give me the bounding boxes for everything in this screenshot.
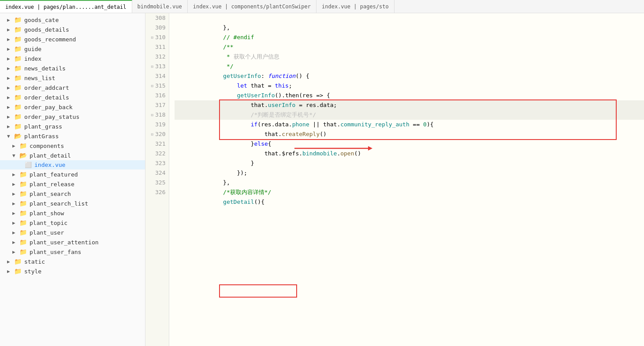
code-line-308: }, xyxy=(175,13,644,23)
code-text xyxy=(209,121,251,128)
line-num-319: 319 xyxy=(149,120,165,129)
tab-1[interactable]: bindmobile.vue xyxy=(132,0,188,13)
sidebar-item-goods_cate[interactable]: ▶ 📁 goods_cate xyxy=(0,15,145,25)
tab-2[interactable]: index.vue | components/plantConSwiper xyxy=(188,0,316,13)
sidebar-item-order_addcart[interactable]: ▶ 📁 order_addcart xyxy=(0,83,145,92)
arrow-icon: ▶ xyxy=(7,104,12,110)
arrow-icon: ▼ xyxy=(12,153,18,158)
code-text: this xyxy=(275,82,288,89)
code-text: () { xyxy=(295,73,309,79)
line-num-317: 317 xyxy=(149,100,165,110)
sidebar-item-plant_release[interactable]: ▶ 📁 plant_release xyxy=(0,179,145,189)
sidebar-item-index[interactable]: ▶ 📁 index xyxy=(0,54,145,63)
sidebar-item-order_pay_back[interactable]: ▶ 📁 order_pay_back xyxy=(0,102,145,112)
folder-icon: 📁 xyxy=(14,268,22,275)
fold-310[interactable]: ⊟ xyxy=(149,33,153,42)
code-text: getUserInfo xyxy=(209,92,275,99)
line-num-322: 322 xyxy=(149,149,165,158)
folder-icon: 📁 xyxy=(19,142,27,149)
code-text: }, xyxy=(209,24,230,31)
code-text: : xyxy=(261,73,268,79)
fold-313[interactable]: ⊟ xyxy=(149,62,153,71)
line-num-310: ⊟310 xyxy=(149,33,165,42)
code-text: open xyxy=(340,150,354,157)
sidebar-item-plant_user_attention[interactable]: ▶ 📁 plant_user_attention xyxy=(0,237,145,247)
sidebar-label: goods_cate xyxy=(24,17,59,23)
code-text: let xyxy=(209,82,247,89)
sidebar-item-plant_search[interactable]: ▶ 📁 plant_search xyxy=(0,189,145,199)
sidebar-item-components[interactable]: ▶ 📁 components xyxy=(0,141,145,151)
tab-0[interactable]: index.vue | pages/plan......ant_detail xyxy=(0,0,132,13)
sidebar-item-style[interactable]: ▶ 📁 style xyxy=(0,266,145,276)
tab-3[interactable]: index.vue | pages/sto xyxy=(316,0,395,13)
sidebar-item-news_details[interactable]: ▶ 📁 news_details xyxy=(0,63,145,73)
sidebar-label: plant_user_fans xyxy=(30,249,81,255)
arrow-icon: ▶ xyxy=(12,181,18,187)
code-text: * xyxy=(209,53,234,60)
arrow-icon: ▶ xyxy=(12,210,18,216)
sidebar-item-plant_user[interactable]: ▶ 📁 plant_user xyxy=(0,228,145,237)
code-text: /*判断是否绑定手机号*/ xyxy=(209,111,316,118)
fold-318[interactable]: ⊟ xyxy=(149,110,153,120)
folder-icon: 📁 xyxy=(14,45,22,52)
sidebar-label: plant_grass xyxy=(24,123,62,130)
sidebar-label: order_details xyxy=(24,94,69,101)
folder-icon: 📁 xyxy=(14,94,22,101)
main-area: ▶ 📁 goods_cate ▶ 📁 goods_details ▶ 📁 goo… xyxy=(0,13,644,346)
sidebar-item-plant_user_fans[interactable]: ▶ 📁 plant_user_fans xyxy=(0,247,145,257)
folder-icon: 📁 xyxy=(14,123,22,130)
folder-icon: 📂 xyxy=(19,152,27,159)
code-line-325: /*获取内容详情*/ xyxy=(175,178,644,188)
sidebar-item-plant_grass[interactable]: ▶ 📁 plant_grass xyxy=(0,121,145,131)
sidebar-item-index-vue[interactable]: ⬜ index.vue xyxy=(0,160,145,169)
line-num-318: ⊟318 xyxy=(149,110,165,120)
folder-icon: 📁 xyxy=(19,200,27,207)
sidebar-item-news_list[interactable]: ▶ 📁 news_list xyxy=(0,73,145,83)
sidebar-item-plant_topic[interactable]: ▶ 📁 plant_topic xyxy=(0,218,145,228)
folder-icon: 📁 xyxy=(14,103,22,110)
sidebar-label: news_list xyxy=(24,75,55,81)
sidebar-item-plant_featured[interactable]: ▶ 📁 plant_featured xyxy=(0,169,145,179)
code-text: createReply xyxy=(282,131,320,137)
sidebar-item-order_pay_status[interactable]: ▶ 📁 order_pay_status xyxy=(0,112,145,121)
sidebar-label: order_addcart xyxy=(24,85,69,91)
arrow-icon: ▶ xyxy=(7,17,12,23)
sidebar-item-guide[interactable]: ▶ 📁 guide xyxy=(0,44,145,54)
sidebar-label: index.vue xyxy=(34,162,65,168)
sidebar-item-goods_recommend[interactable]: ▶ 📁 goods_recommend xyxy=(0,34,145,44)
arrow-icon: ▶ xyxy=(12,249,18,255)
code-text: { xyxy=(268,140,272,147)
sidebar-label: goods_details xyxy=(24,26,69,33)
folder-icon: 📁 xyxy=(19,171,27,178)
arrow-icon: ▶ xyxy=(7,85,12,91)
sidebar-item-order_details[interactable]: ▶ 📁 order_details xyxy=(0,92,145,102)
code-text: bindmobile xyxy=(302,150,337,157)
sidebar-item-plant_show[interactable]: ▶ 📁 plant_show xyxy=(0,208,145,218)
code-editor[interactable]: 308 309 ⊟310 311 312 ⊟313 314 ⊟315 316 3… xyxy=(145,13,644,346)
sidebar-item-plant_detail[interactable]: ▼ 📂 plant_detail xyxy=(0,151,145,160)
folder-icon: 📁 xyxy=(14,113,22,120)
sidebar-label: plant_detail xyxy=(30,152,71,159)
line-num-323: 323 xyxy=(149,158,165,168)
code-text: /*获取内容详情*/ xyxy=(209,189,272,195)
sidebar-label: news_details xyxy=(24,65,66,72)
sidebar-item-plantGrass[interactable]: ▼ 📂 plantGrass xyxy=(0,131,145,141)
arrow-icon: ▶ xyxy=(7,259,12,265)
sidebar-label: plant_search_list xyxy=(30,200,88,207)
code-text: that. xyxy=(209,131,282,137)
sidebar[interactable]: ▶ 📁 goods_cate ▶ 📁 goods_details ▶ 📁 goo… xyxy=(0,13,145,346)
sidebar-item-static[interactable]: ▶ 📁 static xyxy=(0,257,145,266)
code-text: getDetail xyxy=(209,199,254,205)
sidebar-item-plant_search_list[interactable]: ▶ 📁 plant_search_list xyxy=(0,199,145,208)
sidebar-item-goods_details[interactable]: ▶ 📁 goods_details xyxy=(0,25,145,34)
folder-icon: 📁 xyxy=(14,16,22,23)
code-text: || that. xyxy=(309,121,340,128)
code-text-chinese: 获取个人用户信息 xyxy=(234,53,279,60)
code-text: function xyxy=(268,73,296,79)
line-num-320: ⊟320 xyxy=(149,129,165,139)
sidebar-label: plant_search xyxy=(30,191,71,197)
code-line-313: getUserInfo: function() { xyxy=(175,62,644,71)
fold-320[interactable]: ⊟ xyxy=(149,129,153,139)
code-lines: }, // #endif /** * 获取个人用户信息 */ xyxy=(169,13,644,346)
fold-315[interactable]: ⊟ xyxy=(149,81,153,91)
